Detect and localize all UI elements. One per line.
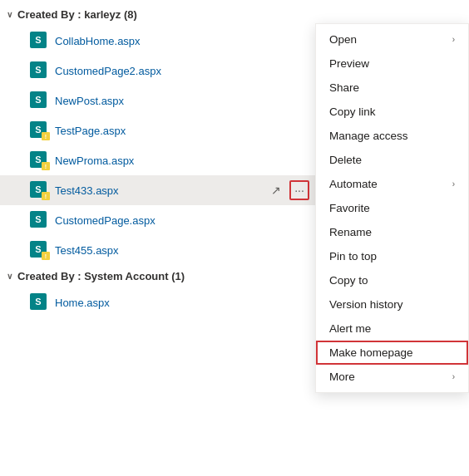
file-name: TestPage.aspx <box>55 125 309 137</box>
menu-item-m-make-homepage[interactable]: Make homepage <box>316 341 468 365</box>
file-icon: S <box>30 91 48 110</box>
menu-item-m-copy-link[interactable]: Copy link <box>316 100 468 124</box>
file-name: NewProma.aspx <box>55 155 309 167</box>
menu-label: Pin to top <box>329 250 377 263</box>
menu-item-m-share[interactable]: Share <box>316 76 468 100</box>
sp-icon: S <box>30 211 47 228</box>
icon-badge: ! <box>42 132 50 140</box>
files-section2: S Home.aspx <box>0 287 316 317</box>
file-name: Home.aspx <box>55 297 309 309</box>
menu-item-m-alert[interactable]: Alert me <box>316 317 468 341</box>
file-icon: S ! <box>30 241 48 259</box>
file-item-f2[interactable]: S CustomedPage2.aspx <box>0 56 316 86</box>
file-icon: S <box>30 211 48 229</box>
file-item-f6[interactable]: S ! Test433.aspx ↗ ··· <box>0 175 316 205</box>
file-item-f4[interactable]: S ! TestPage.aspx <box>0 115 316 145</box>
file-icon: S ! <box>30 121 48 140</box>
file-actions: ↗ ··· <box>266 180 309 200</box>
section-title: Created By : karleyz (8) <box>17 8 137 21</box>
section-header-karleyz[interactable]: ∨ Created By : karleyz (8) <box>0 3 316 26</box>
file-icon: S ! <box>30 151 48 169</box>
file-list: ∨ Created By : karleyz (8) S CollabHome.… <box>0 0 316 476</box>
collapse-chevron: ∨ <box>7 10 12 19</box>
menu-label: More <box>329 370 355 383</box>
sp-icon: S ! <box>30 181 47 198</box>
menu-item-m-copy-to[interactable]: Copy to <box>316 268 468 292</box>
sp-icon: S <box>30 61 47 78</box>
file-name: Test433.aspx <box>55 184 266 197</box>
menu-item-m-open[interactable]: Open › <box>316 27 468 52</box>
menu-label: Rename <box>329 226 372 238</box>
menu-item-m-delete[interactable]: Delete <box>316 148 468 172</box>
submenu-chevron: › <box>452 35 455 44</box>
menu-label: Open <box>329 33 357 46</box>
menu-item-m-version-history[interactable]: Version history <box>316 292 468 317</box>
file-item-f1[interactable]: S CollabHome.aspx <box>0 26 316 56</box>
menu-item-m-more[interactable]: More › <box>316 365 468 389</box>
menu-item-m-pin[interactable]: Pin to top <box>316 244 468 268</box>
ellipsis-btn[interactable]: ··· <box>289 180 309 200</box>
menu-label: Version history <box>329 298 403 311</box>
menu-item-m-rename[interactable]: Rename <box>316 220 468 244</box>
share-icon-btn[interactable]: ↗ <box>266 180 286 200</box>
sp-icon: S <box>30 91 47 108</box>
submenu-chevron: › <box>452 372 455 381</box>
menu-item-m-manage-access[interactable]: Manage access <box>316 124 468 148</box>
sp-icon: S <box>30 32 47 48</box>
menu-label: Copy to <box>329 274 368 287</box>
menu-label: Share <box>329 81 359 94</box>
icon-badge: ! <box>42 252 50 260</box>
menu-label: Copy link <box>329 106 376 118</box>
file-item-f5[interactable]: S ! NewProma.aspx <box>0 145 316 175</box>
sp-icon: S ! <box>30 151 47 168</box>
collapse-chevron-2: ∨ <box>7 272 12 281</box>
files-section1: S CollabHome.aspx S CustomedPage2.aspx S <box>0 26 316 265</box>
menu-label: Automate <box>329 178 378 190</box>
sp-icon: S ! <box>30 241 47 258</box>
section-header-system[interactable]: ∨ Created By : System Account (1) <box>0 265 316 287</box>
file-item-f8[interactable]: S ! Test455.aspx <box>0 235 316 265</box>
context-menu: Open › Preview Share Copy link Manage ac… <box>315 23 469 393</box>
menu-label: Preview <box>329 57 369 70</box>
menu-item-m-favorite[interactable]: Favorite <box>316 196 468 220</box>
menu-label: Delete <box>329 154 362 166</box>
icon-badge: ! <box>42 192 50 200</box>
menu-label: Alert me <box>329 322 371 335</box>
menu-label: Manage access <box>329 130 408 142</box>
file-item-f9[interactable]: S Home.aspx <box>0 287 316 317</box>
section-title-2: Created By : System Account (1) <box>17 270 185 282</box>
file-icon: S <box>30 293 48 312</box>
file-icon: S <box>30 32 48 50</box>
file-item-f3[interactable]: S NewPost.aspx <box>0 86 316 115</box>
file-name: CustomedPage2.aspx <box>55 65 309 77</box>
file-name: Test455.aspx <box>55 244 309 257</box>
file-icon: S ! <box>30 181 48 199</box>
file-name: NewPost.aspx <box>55 95 309 107</box>
file-name: CollabHome.aspx <box>55 35 309 47</box>
file-icon: S <box>30 61 48 80</box>
sp-icon: S ! <box>30 121 47 138</box>
menu-label: Favorite <box>329 202 370 214</box>
file-name: CustomedPage.aspx <box>55 214 309 227</box>
menu-item-m-automate[interactable]: Automate › <box>316 172 468 196</box>
menu-item-m-preview[interactable]: Preview <box>316 52 468 76</box>
file-item-f7[interactable]: S CustomedPage.aspx <box>0 205 316 235</box>
sp-icon: S <box>30 293 47 310</box>
submenu-chevron: › <box>452 179 455 189</box>
icon-badge: ! <box>42 162 50 170</box>
menu-label: Make homepage <box>329 346 413 359</box>
